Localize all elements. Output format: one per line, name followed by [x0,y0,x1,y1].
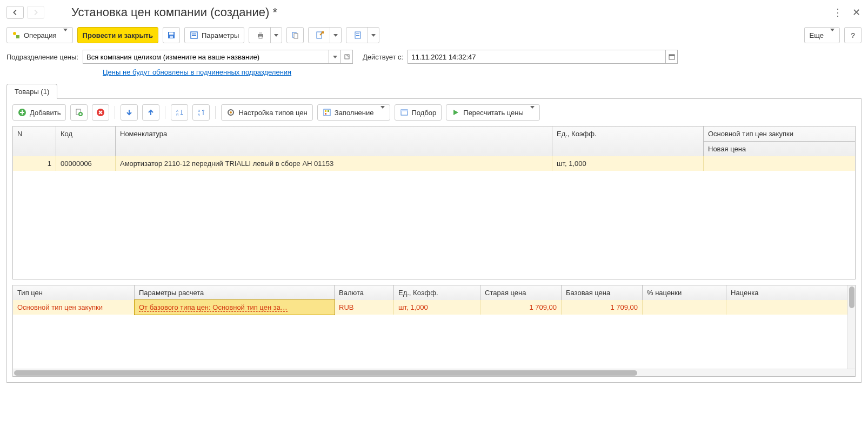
cell2-type: Основной тип цен закупки [13,300,135,315]
cell2-pct [643,300,726,315]
cell2-currency: RUB [335,300,394,315]
back-button[interactable] [6,6,24,19]
play-icon [451,108,460,117]
export-icon [316,31,324,39]
forward-button[interactable] [27,6,44,19]
col-unit[interactable]: Ед., Коэфф. [552,126,704,156]
add-label: Добавить [30,109,61,117]
svg-rect-33 [325,113,326,115]
help-button[interactable]: ? [844,27,862,43]
pick-icon [400,108,409,117]
fill-icon [323,108,331,117]
cell-code: 00000006 [56,156,116,171]
cell2-base: 1 709,00 [562,300,643,315]
col-name[interactable]: Номенклатура [116,126,552,156]
sort-desc-icon: ЯА [197,108,205,117]
h-scrollbar[interactable] [13,369,855,376]
sort-asc-button[interactable]: АЯ [171,104,188,121]
col2-markup[interactable]: Наценка [726,285,855,300]
col2-params[interactable]: Параметры расчета [135,285,335,300]
svg-text:А: А [176,109,178,112]
move-down-button[interactable] [121,104,138,121]
fill-button[interactable]: Заполнение [317,104,390,121]
col2-type[interactable]: Тип цен [13,285,135,300]
params-link[interactable]: От базового типа цен: Основной тип цен з… [139,303,288,312]
operation-button[interactable]: Операция [6,27,73,43]
price-table[interactable]: Тип цен Параметры расчета Валюта Ед., Ко… [12,285,856,377]
configure-types-button[interactable]: Настройка типов цен [221,104,312,121]
svg-rect-30 [324,109,330,116]
arrow-up-icon [146,108,155,117]
svg-rect-10 [259,36,262,38]
save-button[interactable] [163,27,180,43]
help-label: ? [851,31,854,39]
svg-rect-4 [170,36,173,38]
duplicate-icon [75,108,83,117]
col2-base[interactable]: Базовая цена [562,285,643,300]
pick-button[interactable]: Подбор [395,104,442,121]
export-button[interactable] [308,27,342,43]
copy-button[interactable] [286,27,304,43]
move-up-button[interactable] [142,104,159,121]
col2-unit[interactable]: Ед., Коэфф. [394,285,480,300]
add-button[interactable]: Добавить [12,104,66,121]
svg-text:Я: Я [176,113,178,116]
cell-unit: шт, 1,000 [552,156,704,171]
sort-asc-icon: АЯ [175,108,184,117]
effective-input[interactable] [408,50,666,64]
report-icon [353,31,362,39]
svg-rect-13 [317,32,322,38]
run-and-close-button[interactable]: Провести и закрыть [77,27,158,43]
report-button[interactable] [346,27,379,43]
svg-point-29 [230,111,232,114]
col2-currency[interactable]: Валюта [335,285,394,300]
save-icon [167,31,176,39]
col-n[interactable]: N [13,126,56,156]
svg-rect-12 [294,34,298,38]
tab-goods[interactable]: Товары (1) [6,84,57,99]
col2-pct[interactable]: % наценки [643,285,726,300]
division-open[interactable] [341,50,353,64]
recalc-button[interactable]: Пересчитать цены [446,104,540,121]
duplicate-button[interactable] [70,104,88,121]
copy-icon [291,31,299,39]
page-title: Установка цен компании (создание) * [71,5,832,19]
cell-n: 1 [13,156,56,171]
params-button[interactable]: Параметры [184,27,244,43]
division-dropdown[interactable] [329,50,341,64]
goods-table[interactable]: N Код Номенклатура Ед., Коэфф. Основной … [12,126,856,279]
svg-rect-1 [16,35,19,38]
svg-rect-9 [259,32,262,34]
effective-label: Действует с: [363,53,403,61]
configure-types-label: Настройка типов цен [238,109,307,117]
col-price-type: Основной тип цен закупки [704,126,855,142]
svg-rect-7 [192,35,196,36]
params-label: Параметры [202,31,239,39]
close-icon[interactable]: ✕ [851,6,862,18]
delete-button[interactable] [92,104,109,121]
svg-rect-15 [356,34,359,34]
cell2-params[interactable]: От базового типа цен: Основной тип цен з… [135,300,335,315]
run-and-close-label: Провести и закрыть [83,31,153,39]
svg-rect-19 [669,55,675,56]
operation-icon [12,31,21,39]
division-input[interactable] [83,50,329,64]
more-actions-icon[interactable]: ⋮ [832,6,843,18]
col2-old[interactable]: Старая цена [480,285,562,300]
svg-point-0 [13,32,16,35]
svg-text:А: А [198,113,200,116]
cell2-unit: шт, 1,000 [394,300,480,315]
v-scrollbar[interactable] [847,285,855,369]
svg-rect-35 [401,110,408,111]
col-price[interactable]: Основной тип цен закупки Новая цена [704,126,855,156]
more-button[interactable]: Еще [804,27,840,43]
price-row[interactable]: Основной тип цен закупки От базового тип… [13,300,855,315]
note-link[interactable]: Цены не будут обновлены в подчиненных по… [103,68,291,76]
cell2-markup [726,300,855,315]
sort-desc-button[interactable]: ЯА [192,104,210,121]
recalc-label: Пересчитать цены [463,109,524,117]
print-button[interactable] [249,27,282,43]
table-row[interactable]: 1 00000006 Амортизатор 2110-12 передний … [13,156,855,171]
col-code[interactable]: Код [56,126,116,156]
effective-calendar[interactable] [666,50,678,64]
